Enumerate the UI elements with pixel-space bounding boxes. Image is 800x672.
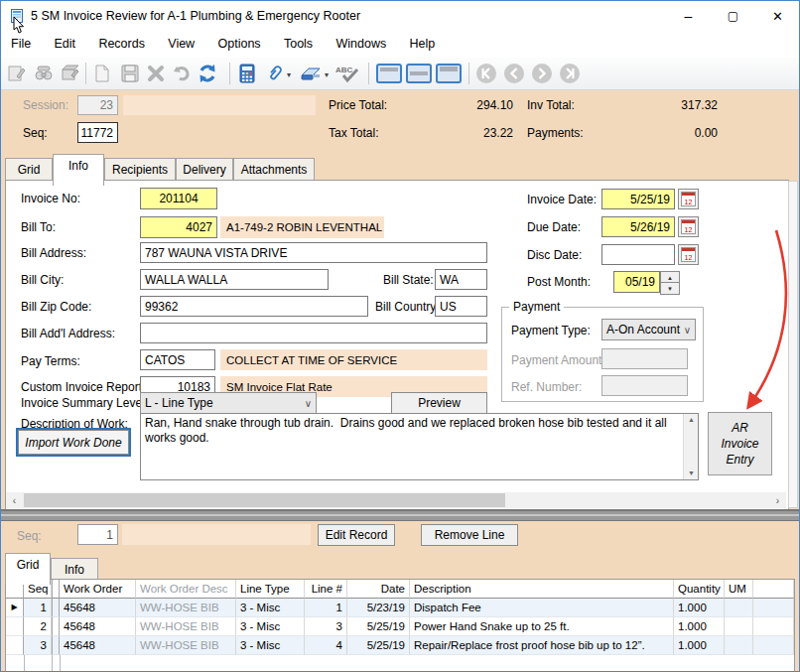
bill-country-label: Bill Country: [375,300,440,314]
invoice-date-label: Invoice Date: [527,193,597,206]
undo-icon[interactable] [170,62,194,85]
attachment-icon[interactable] [263,62,287,85]
menu-records[interactable]: Records [88,31,155,58]
cell-work-order-desc: WW-HOSE BIB [136,599,236,617]
disc-date-field[interactable] [601,244,675,265]
bill-zip-label: Bill Zip Code: [21,300,91,314]
tax-total-label: Tax Total: [329,126,378,140]
post-month-spin-down[interactable]: ▼ [660,282,680,295]
toolbar: ▾ ▾ ABC [1,58,799,90]
window-layout-top-icon[interactable] [375,62,403,85]
header-description[interactable]: Description [410,580,674,599]
disc-date-calendar-button[interactable]: 12 [678,244,699,265]
cell-line-type: 3 - Misc [236,617,305,636]
remove-line-button[interactable]: Remove Line [421,524,518,546]
bill-city-field[interactable]: WALLA WALLA [140,269,329,290]
splitter-handle[interactable] [1,509,799,521]
menu-windows[interactable]: Windows [326,31,396,58]
invoice-date-calendar-button[interactable]: 12 [678,189,699,209]
horizontal-scrollbar-thumb[interactable] [24,493,505,507]
pay-terms-field[interactable]: CATOS [140,349,215,370]
horizontal-scrollbar[interactable]: ‹ › [6,492,786,508]
minimize-button[interactable]: – [666,1,711,31]
seq-field[interactable]: 11772 [77,122,118,143]
table-row[interactable]: 2 45648 WW-HOSE BIB 3 - Misc 3 5/25/19 P… [6,617,794,636]
vertical-scrollbar[interactable] [788,181,798,508]
bill-addl-address-field[interactable] [140,323,487,343]
menu-file[interactable]: File [1,31,41,58]
table-row[interactable]: ▶ 1 45648 WW-HOSE BIB 3 - Misc 1 5/23/19… [6,599,794,617]
refresh-icon[interactable] [196,62,219,85]
header-um[interactable]: UM [725,580,753,599]
bill-zip-field[interactable]: 99362 [140,296,368,317]
scroll-down-icon[interactable]: ▼ [684,468,699,479]
menu-options[interactable]: Options [208,31,271,58]
save-icon[interactable] [118,62,142,85]
invoice-date-field[interactable]: 5/25/19 [601,189,675,209]
cell-work-order-desc: WW-HOSE BIB [136,617,236,636]
form-edit-icon[interactable] [5,62,29,85]
scroll-right-icon[interactable]: › [769,492,786,508]
close-button[interactable]: ✕ [755,1,800,31]
preview-button[interactable]: Preview [391,392,487,414]
window-layout-bottom-icon[interactable] [435,62,463,85]
header-line-type[interactable]: Line Type [236,580,305,599]
header-work-order-desc[interactable]: Work Order Desc [136,580,236,599]
bill-country-field[interactable]: US [435,296,487,317]
menu-help[interactable]: Help [400,31,446,58]
window-layout-middle-icon[interactable] [405,62,433,85]
find-icon[interactable] [32,62,56,85]
new-document-icon[interactable] [90,62,114,85]
description-of-work-textarea[interactable]: Ran, Hand snake through tub drain. Drain… [140,413,699,480]
bill-to-code-field[interactable]: 4027 [140,216,217,238]
menu-view[interactable]: View [158,31,204,58]
maximize-button[interactable]: ▢ [711,1,755,31]
menu-edit[interactable]: Edit [45,31,86,58]
calculator-icon[interactable] [235,62,259,85]
due-date-calendar-button[interactable]: 12 [678,216,699,237]
attachment-dropdown-icon[interactable]: ▾ [287,70,291,79]
payments-label: Payments: [527,126,584,140]
nav-last-icon[interactable] [558,62,582,85]
package-edit-icon[interactable] [59,62,82,85]
bill-to-label: Bill To: [21,220,56,234]
post-month-field[interactable]: 05/19 [613,271,660,293]
cell-quantity: 1.000 [674,636,725,655]
cell-date: 5/25/19 [347,636,410,655]
scan-icon[interactable] [299,62,323,85]
title-bar: 5 SM Invoice Review for A-1 Plumbing & E… [1,1,799,31]
invoice-summary-level-dropdown[interactable]: L - Line Type ∨ [140,392,317,414]
table-row[interactable]: 3 45648 WW-HOSE BIB 3 - Misc 4 5/25/19 R… [6,636,794,655]
invoice-no-field[interactable]: 201104 [140,188,217,209]
textarea-scrollbar[interactable]: ▲ ▼ [683,414,698,479]
cell-description: Repair/Replace frost proof hose bib up t… [410,636,674,655]
bill-state-field[interactable]: WA [435,269,487,290]
scroll-left-icon[interactable]: ‹ [6,492,23,508]
payment-type-dropdown[interactable]: A-On Account ∨ [601,319,696,340]
description-of-work-text: Ran, Hand snake through tub drain. Drain… [145,416,678,446]
nav-next-icon[interactable] [530,62,554,85]
scroll-up-icon[interactable]: ▲ [684,414,699,426]
delete-icon[interactable] [144,62,168,85]
nav-first-icon[interactable] [474,62,498,85]
bill-city-label: Bill City: [21,273,64,287]
pay-terms-label: Pay Terms: [21,354,80,368]
tab-info[interactable]: Info [53,154,104,186]
edit-record-button[interactable]: Edit Record [318,524,395,546]
tab-grid-lower[interactable]: Grid [5,553,51,585]
menu-tools[interactable]: Tools [274,31,323,58]
header-line-no[interactable]: Line # [305,580,347,599]
header-spacer [52,580,60,599]
import-work-done-button[interactable]: Import Work Done [18,430,129,455]
spell-check-icon[interactable]: ABC [334,62,362,85]
header-quantity[interactable]: Quantity [674,580,725,599]
header-date[interactable]: Date [347,580,410,599]
bill-address-field[interactable]: 787 WAUNA VISTA DRIVE [140,242,487,263]
ar-invoice-entry-button[interactable]: AR Invoice Entry [708,412,772,475]
due-date-field[interactable]: 5/26/19 [601,216,675,237]
cell-quantity: 1.000 [674,599,725,617]
header-work-order[interactable]: Work Order [60,580,136,599]
scan-dropdown-icon[interactable]: ▾ [325,70,329,79]
nav-previous-icon[interactable] [502,62,526,85]
cell-work-order: 45648 [60,599,136,617]
